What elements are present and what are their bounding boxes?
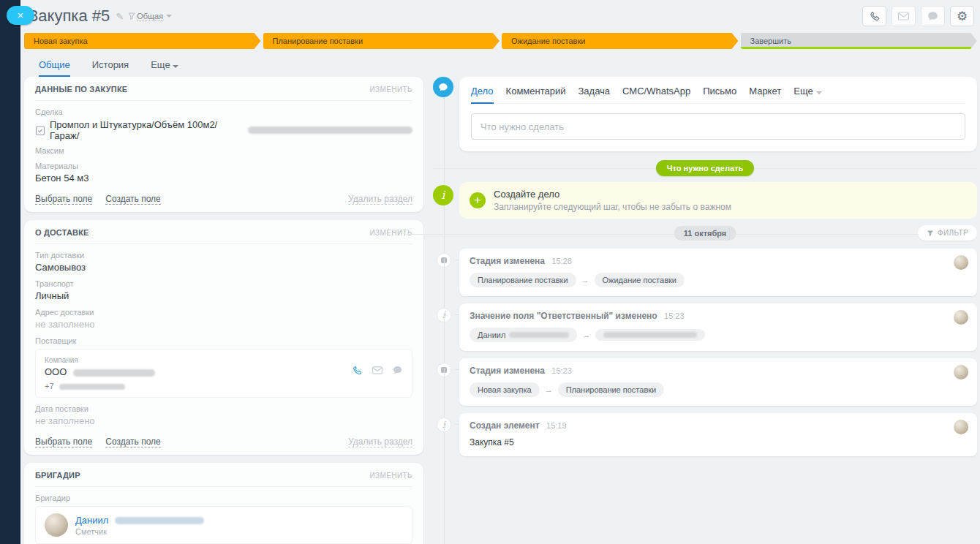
call-company-button[interactable] [352,365,363,379]
stage-finish[interactable]: Завершить [741,33,978,49]
messenger-button[interactable] [921,6,945,26]
chevron-down-icon [173,65,178,68]
section-delivery: О ДОСТАВКЕ изменить Тип доставки Самовыв… [24,220,423,455]
timeline-entry-field-change[interactable]: Значение поля "Ответственный" изменено 1… [459,303,977,351]
field-label-address: Адрес доставки [35,308,412,317]
field-label-delivery-type: Тип доставки [35,251,412,260]
edit-section-link[interactable]: изменить [369,229,412,237]
settings-button[interactable]: ⚙ [950,6,974,26]
arrow-icon: → [581,276,589,284]
funnel-icon [927,230,934,237]
timeline-entry-stage-change[interactable]: Стадия изменена 15:28 Планирование поста… [459,249,977,296]
entry-time: 15:23 [551,366,572,375]
phone-icon [352,365,363,376]
deal-title: Промпол и Штукатурка/Объём 100м2/Гараж/ [50,119,244,141]
info-green-icon: i [433,185,453,205]
close-slider-button[interactable]: × [7,6,34,25]
entry-time: 15:23 [664,311,685,320]
date-divider: 11 октября [674,226,736,241]
call-button[interactable] [862,6,886,26]
entry-title: Стадия изменена [470,366,545,376]
edit-section-link[interactable]: изменить [369,86,412,94]
create-field-link[interactable]: Создать поле [105,437,161,447]
avatar [954,365,968,379]
choose-field-link[interactable]: Выбрать поле [35,437,92,447]
tab-general[interactable]: Общие [39,59,70,77]
mail-button[interactable] [892,6,916,26]
edit-section-link[interactable]: изменить [369,472,412,480]
create-field-link[interactable]: Создать поле [105,194,161,205]
gear-icon: ⚙ [957,9,968,23]
section-foreman: БРИГАДИР изменить Бригадир Даниил [24,463,423,544]
field-label-deal: Сделка [35,107,412,116]
avatar [45,513,68,537]
entry-time: 15:19 [546,421,567,430]
avatar [954,420,968,434]
edit-title-icon[interactable]: ✎ [116,11,124,22]
tab-task[interactable]: Задача [578,86,610,104]
mail-company-button[interactable] [372,365,383,379]
tab-activity[interactable]: Дело [471,86,494,104]
field-value-transport: Личный [35,290,412,301]
tab-more[interactable]: Еще [151,59,178,77]
tab-more[interactable]: Еще [794,86,821,104]
tab-market[interactable]: Маркет [749,86,781,104]
company-name-link[interactable]: ООО [45,366,352,377]
stage-waiting[interactable]: Ожидание поставки [502,33,739,49]
tab-more-label: Еще [151,59,170,70]
timeline-entry-created[interactable]: Создан элемент 15:19 Закупка #5 [459,413,977,456]
mail-icon [897,11,910,21]
composer-tabs: Дело Комментарий Задача СМС/WhatsApp Пис… [471,86,965,104]
phone-prefix: +7 [45,382,54,390]
detail-tabs: Общие История Еще [24,49,977,77]
filter-button[interactable]: ФИЛЬТР [918,225,977,241]
fields-column: ДАННЫЕ ПО ЗАКУПКЕ изменить Сделка Промпо… [24,77,423,544]
field-label-foreman: Бригадир [35,494,412,502]
deal-link[interactable]: Промпол и Штукатурка/Объём 100м2/Гараж/ [35,119,412,141]
chat-company-button[interactable] [392,365,403,379]
tab-email[interactable]: Письмо [703,86,736,104]
plus-icon[interactable]: + [470,192,486,208]
stage-to-pill: Ожидание поставки [595,273,685,287]
todo-input[interactable] [471,113,965,140]
create-activity-hint[interactable]: + Создайте дело Запланируйте следующий ш… [459,182,977,219]
value-from-text: Даниил [478,330,505,339]
person-first-name: Даниил [75,515,108,526]
mail-icon [372,366,383,375]
field-label-delivery-date: Дата поставки [35,404,412,413]
stage-to-pill: Планирование поставки [558,382,665,397]
todo-cta-button[interactable]: Что нужно сделать [656,160,754,176]
delete-section-link[interactable]: Удалить раздел [348,194,412,205]
arrow-icon: → [582,330,590,339]
section-title: ДАННЫЕ ПО ЗАКУПКЕ [35,85,127,94]
chat-icon [927,10,939,23]
section-title: БРИГАДИР [35,471,80,480]
pipeline-name: Общая [137,12,163,21]
deal-icon [35,125,45,136]
person-role: Сметчик [75,527,204,536]
redacted-text [115,517,204,524]
tab-comment[interactable]: Комментарий [506,86,566,104]
pipeline-selector[interactable]: Общая [128,12,172,21]
stage-new-purchase[interactable]: Новая закупка [24,33,261,49]
tab-sms-whatsapp[interactable]: СМС/WhatsApp [622,86,690,104]
stage-planning[interactable]: Планирование поставки [263,33,500,49]
hint-subtitle: Запланируйте следующий шаг, чтобы не заб… [494,202,731,212]
company-phone[interactable]: +7 [45,382,352,390]
header: Закупка #5 ✎ Общая ⚙ [24,0,977,32]
value-to-pill [595,329,705,341]
delete-section-link[interactable]: Удалить раздел [348,437,412,447]
choose-field-link[interactable]: Выбрать поле [35,194,92,205]
header-toolbar: ⚙ [862,6,974,26]
tab-more-label: Еще [794,86,813,97]
redacted-text [603,332,697,338]
person-name-link[interactable]: Даниил [75,515,204,526]
timeline-chat-icon [433,77,453,97]
company-contact-actions [352,356,403,379]
crm-item-slider: × Закупка #5 ✎ Общая [0,0,980,544]
tab-history[interactable]: История [92,59,129,77]
person-card: Даниил Сметчик [35,506,412,544]
timeline-entry-stage-change[interactable]: Стадия изменена 15:23 Новая закупка → Пл… [459,358,977,406]
field-value-delivery-type: Самовывоз [35,262,412,273]
slider-backdrop-strip [0,0,20,544]
